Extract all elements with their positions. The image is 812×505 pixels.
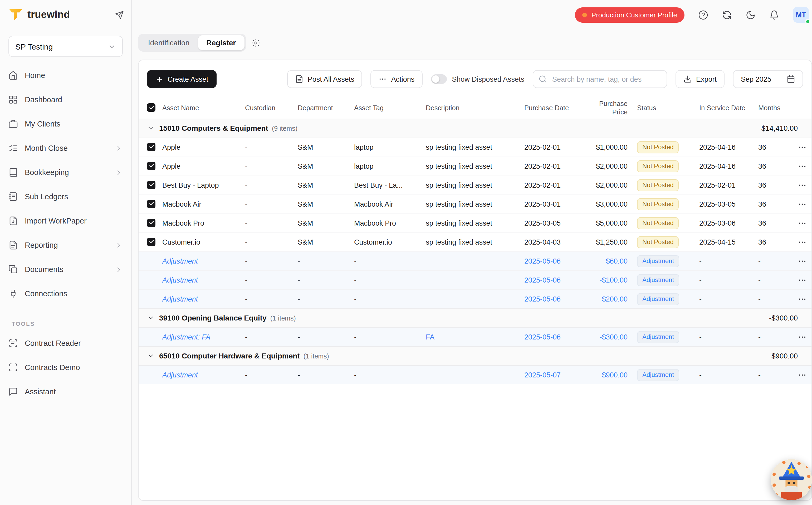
- create-asset-button[interactable]: Create Asset: [147, 70, 217, 88]
- row-checkbox[interactable]: [147, 143, 156, 151]
- search-icon: [539, 75, 547, 83]
- group-row[interactable]: 65010 Computer Hardware & Equipment(1 it…: [139, 346, 812, 365]
- row-actions-menu[interactable]: [798, 294, 807, 303]
- row-actions-menu[interactable]: [798, 218, 807, 227]
- chevron-down-icon[interactable]: [147, 314, 154, 322]
- user-avatar[interactable]: MT: [793, 7, 809, 23]
- table-row[interactable]: Apple - S&M laptop sp testing fixed asse…: [139, 157, 812, 176]
- briefcase-icon: [8, 119, 18, 129]
- cell-asset-name: Adjustment: FA: [162, 327, 245, 346]
- group-row[interactable]: 15010 Computers & Equipment(9 items) $14…: [139, 119, 812, 138]
- cell-purchase-date: 2025-03-01: [524, 194, 587, 213]
- chevron-down-icon[interactable]: [147, 352, 154, 359]
- period-select[interactable]: Sep 2025: [733, 70, 803, 88]
- actions-button[interactable]: Actions: [371, 70, 423, 88]
- help-icon[interactable]: [698, 10, 708, 20]
- cell-department: S&M: [298, 232, 354, 251]
- row-actions-menu[interactable]: [798, 332, 807, 341]
- row-actions-menu[interactable]: [798, 143, 807, 152]
- table-header-row: Asset Name Custodian Department Asset Ta…: [139, 98, 812, 119]
- table-row[interactable]: Adjustment - - - 2025-05-06 $60.00 Adjus…: [139, 251, 812, 271]
- row-checkbox[interactable]: [147, 200, 156, 208]
- tab-register[interactable]: Register: [198, 35, 244, 50]
- sidebar-item-connections[interactable]: Connections: [0, 282, 131, 306]
- table-row[interactable]: Macbook Air - S&M Macbook Air sp testing…: [139, 194, 812, 213]
- col-department: Department: [298, 98, 354, 119]
- sidebar-item-reporting[interactable]: Reporting: [0, 233, 131, 257]
- row-actions-menu[interactable]: [798, 237, 807, 246]
- row-actions-menu[interactable]: [798, 199, 807, 208]
- export-button[interactable]: Export: [675, 70, 725, 88]
- cell-months: 36: [758, 138, 791, 157]
- select-all-checkbox[interactable]: [147, 104, 156, 112]
- group-total: $900.00: [524, 346, 812, 365]
- paper-plane-icon[interactable]: [115, 10, 124, 19]
- row-actions-menu[interactable]: [798, 257, 807, 266]
- sidebar-item-documents[interactable]: Documents: [0, 257, 131, 282]
- sidebar-item-sub-ledgers[interactable]: Sub Ledgers: [0, 184, 131, 209]
- production-profile-badge[interactable]: Production Customer Profile: [575, 7, 684, 22]
- table-row[interactable]: Apple - S&M laptop sp testing fixed asse…: [139, 138, 812, 157]
- tab-identification[interactable]: Identification: [140, 35, 198, 50]
- show-disposed-label: Show Disposed Assets: [452, 75, 524, 83]
- search-input[interactable]: [551, 74, 661, 83]
- table-row[interactable]: Adjustment - - - 2025-05-06 $200.00 Adju…: [139, 289, 812, 308]
- table-row[interactable]: Adjustment: FA - - - FA 2025-05-06 -$300…: [139, 327, 812, 346]
- sidebar-item-import-workpaper[interactable]: Import WorkPaper: [0, 209, 131, 233]
- cell-in-service-date: -: [699, 251, 758, 271]
- sidebar-item-bookkeeping[interactable]: Bookkeeping: [0, 160, 131, 184]
- table-row[interactable]: Customer.io - S&M Customer.io sp testing…: [139, 232, 812, 251]
- group-name: 15010 Computers & Equipment: [159, 124, 268, 132]
- cell-asset-tag: Macbook Pro: [354, 213, 426, 232]
- cell-asset-name: Apple: [162, 138, 245, 157]
- sidebar-item-assistant[interactable]: Assistant: [0, 379, 131, 404]
- chat-bubble-icon: [8, 387, 18, 396]
- table-row[interactable]: Macbook Pro - S&M Macbook Pro sp testing…: [139, 213, 812, 232]
- cell-purchase-price: -$300.00: [587, 327, 637, 346]
- table-row[interactable]: Adjustment - - - 2025-05-07 $900.00 Adju…: [139, 365, 812, 384]
- row-actions-menu[interactable]: [798, 181, 807, 189]
- cell-custodian: -: [245, 289, 298, 308]
- cell-department: -: [298, 327, 354, 346]
- cell-status: Adjustment: [637, 289, 699, 308]
- group-count: (9 items): [272, 125, 297, 132]
- show-disposed-toggle[interactable]: [431, 74, 447, 84]
- sidebar-item-dashboard[interactable]: Dashboard: [0, 88, 131, 112]
- wizard-avatar: [771, 459, 812, 500]
- row-checkbox[interactable]: [147, 219, 156, 227]
- notifications-bell-icon[interactable]: [769, 10, 779, 20]
- check-icon: [148, 182, 154, 188]
- status-badge: Adjustment: [637, 331, 679, 343]
- status-badge: Not Posted: [637, 141, 679, 153]
- row-actions-menu[interactable]: [798, 162, 807, 171]
- status-badge: Not Posted: [637, 217, 679, 229]
- sidebar-item-my-clients[interactable]: My Clients: [0, 112, 131, 136]
- sidebar-item-contract-reader[interactable]: Contract Reader: [0, 331, 131, 355]
- cell-purchase-price: $5,000.00: [587, 213, 637, 232]
- sidebar-item-home[interactable]: Home: [0, 63, 131, 88]
- sidebar-item-contracts-demo[interactable]: Contracts Demo: [0, 355, 131, 379]
- post-all-assets-button[interactable]: Post All Assets: [287, 70, 362, 88]
- table-row[interactable]: Best Buy - Laptop - S&M Best Buy - La...…: [139, 176, 812, 194]
- workspace-select[interactable]: SP Testing: [8, 36, 123, 57]
- cell-department: -: [298, 271, 354, 289]
- sidebar-item-month-close[interactable]: Month Close: [0, 136, 131, 160]
- row-actions-menu[interactable]: [798, 276, 807, 284]
- cell-months: -: [758, 327, 791, 346]
- cell-in-service-date: 2025-02-01: [699, 176, 758, 194]
- assistant-widget[interactable]: [771, 459, 812, 500]
- gear-icon[interactable]: [251, 38, 260, 47]
- table-row[interactable]: Adjustment - - - 2025-05-06 -$100.00 Adj…: [139, 271, 812, 289]
- chevron-down-icon[interactable]: [147, 124, 154, 132]
- sync-icon[interactable]: [722, 10, 732, 20]
- row-checkbox[interactable]: [147, 238, 156, 246]
- status-badge: Adjustment: [637, 274, 679, 286]
- row-actions-menu[interactable]: [798, 371, 807, 379]
- truewind-logo[interactable]: truewind: [8, 7, 115, 22]
- row-checkbox[interactable]: [147, 162, 156, 170]
- cell-months: 36: [758, 232, 791, 251]
- group-row[interactable]: 39100 Opening Balance Equity(1 items) -$…: [139, 308, 812, 327]
- dark-mode-moon-icon[interactable]: [746, 10, 756, 20]
- row-checkbox[interactable]: [147, 181, 156, 189]
- status-badge: Adjustment: [637, 293, 679, 305]
